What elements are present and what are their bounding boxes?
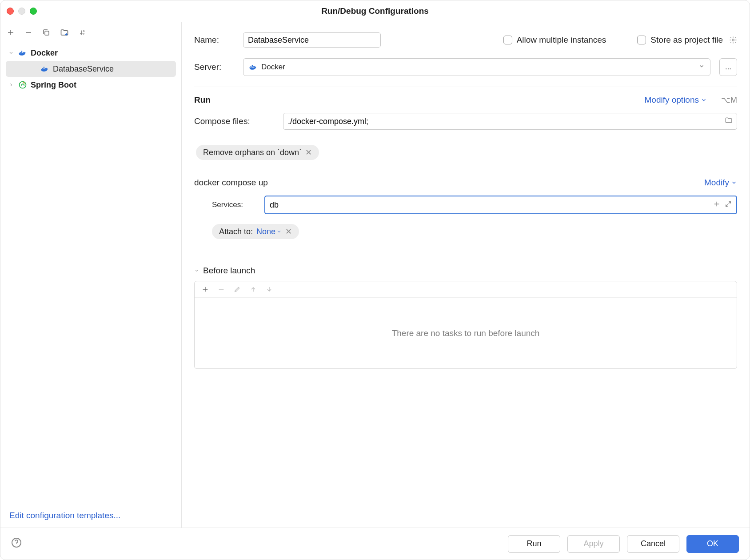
run-button[interactable]: Run bbox=[508, 535, 560, 553]
svg-text:z: z bbox=[83, 32, 85, 36]
folder-plus-icon[interactable] bbox=[60, 28, 69, 37]
name-label: Name: bbox=[194, 35, 234, 45]
tree-label: Spring Boot bbox=[31, 80, 76, 90]
store-as-project-checkbox[interactable]: Store as project file bbox=[637, 35, 737, 45]
before-launch-empty: There are no tasks to run before launch bbox=[195, 297, 737, 368]
compose-files-input[interactable] bbox=[283, 113, 737, 130]
server-browse-button[interactable]: ... bbox=[719, 58, 737, 76]
svg-point-3 bbox=[20, 82, 26, 88]
services-input[interactable] bbox=[264, 196, 737, 214]
gear-icon[interactable] bbox=[729, 36, 737, 44]
allow-multiple-checkbox[interactable]: Allow multiple instances bbox=[503, 35, 606, 45]
remove-config-icon[interactable] bbox=[24, 28, 32, 36]
store-as-project-label: Store as project file bbox=[650, 35, 723, 45]
move-up-icon[interactable] bbox=[250, 286, 257, 293]
run-section-heading: Run bbox=[194, 95, 211, 105]
spring-boot-icon bbox=[18, 80, 27, 89]
before-launch-toggle[interactable]: Before launch bbox=[194, 266, 737, 276]
help-icon[interactable] bbox=[11, 537, 22, 550]
main-panel: Name: Allow multiple instances Store as … bbox=[182, 22, 750, 528]
server-select-value: Docker bbox=[261, 63, 285, 72]
copy-config-icon[interactable] bbox=[42, 28, 50, 36]
modify-compose-link[interactable]: Modify bbox=[704, 178, 737, 188]
sort-icon[interactable]: az bbox=[79, 28, 87, 36]
server-label: Server: bbox=[194, 62, 234, 72]
attach-to-value[interactable]: None bbox=[256, 227, 282, 236]
maximize-window-button[interactable] bbox=[30, 8, 37, 15]
add-task-icon[interactable] bbox=[202, 286, 209, 293]
plus-icon[interactable] bbox=[713, 200, 720, 210]
pill-label: Remove orphans on `down` bbox=[203, 148, 302, 157]
apply-button[interactable]: Apply bbox=[567, 535, 620, 553]
before-launch-heading: Before launch bbox=[203, 266, 255, 276]
ellipsis-icon: ... bbox=[725, 63, 731, 72]
attach-to-pill[interactable]: Attach to: None ✕ bbox=[212, 224, 299, 239]
chevron-down-icon bbox=[8, 50, 15, 56]
cancel-button[interactable]: Cancel bbox=[627, 535, 679, 553]
sidebar: az Docker DatabaseService bbox=[0, 22, 182, 528]
pill-label: Attach to: bbox=[219, 227, 253, 236]
tree-node-databaseservice[interactable]: DatabaseService bbox=[6, 61, 176, 77]
docker-icon bbox=[18, 48, 27, 57]
edit-task-icon[interactable] bbox=[234, 286, 241, 293]
chevron-right-icon bbox=[8, 82, 15, 88]
services-input-field[interactable] bbox=[270, 200, 710, 210]
tree-node-springboot[interactable]: Spring Boot bbox=[0, 77, 181, 93]
close-icon[interactable]: ✕ bbox=[285, 227, 292, 236]
tree-node-docker[interactable]: Docker bbox=[0, 45, 181, 61]
compose-files-label: Compose files: bbox=[194, 116, 274, 126]
modify-options-shortcut: ⌥M bbox=[721, 95, 737, 105]
minimize-window-button[interactable] bbox=[18, 8, 25, 15]
title-bar: Run/Debug Configurations bbox=[0, 0, 750, 22]
docker-icon bbox=[40, 64, 49, 73]
allow-multiple-label: Allow multiple instances bbox=[517, 35, 606, 45]
svg-rect-0 bbox=[45, 31, 49, 35]
window-title: Run/Debug Configurations bbox=[321, 6, 429, 16]
folder-icon[interactable] bbox=[725, 116, 733, 127]
compose-up-heading: docker compose up bbox=[194, 178, 268, 188]
remove-orphans-pill[interactable]: Remove orphans on `down` ✕ bbox=[196, 145, 319, 160]
expand-icon[interactable] bbox=[725, 200, 732, 210]
tree-label: Docker bbox=[31, 48, 58, 58]
server-select[interactable]: Docker bbox=[243, 58, 710, 76]
close-window-button[interactable] bbox=[7, 8, 14, 15]
close-icon[interactable]: ✕ bbox=[305, 148, 312, 157]
remove-task-icon[interactable] bbox=[218, 286, 225, 293]
ok-button[interactable]: OK bbox=[686, 535, 739, 553]
svg-text:a: a bbox=[83, 29, 85, 32]
before-launch-toolbar bbox=[195, 281, 737, 297]
chevron-down-icon bbox=[194, 268, 199, 273]
docker-icon bbox=[249, 63, 258, 72]
config-tree: Docker DatabaseService Spring Boot bbox=[0, 43, 181, 504]
services-label: Services: bbox=[212, 200, 256, 209]
edit-templates-link[interactable]: Edit configuration templates... bbox=[9, 511, 120, 520]
sidebar-toolbar: az bbox=[0, 22, 181, 43]
tree-label: DatabaseService bbox=[53, 64, 114, 74]
traffic-lights bbox=[7, 8, 37, 15]
name-input[interactable] bbox=[243, 32, 381, 48]
dialog-footer: Run Apply Cancel OK bbox=[0, 528, 750, 560]
modify-options-link[interactable]: Modify options bbox=[644, 95, 707, 105]
chevron-down-icon bbox=[698, 63, 705, 72]
add-config-icon[interactable] bbox=[7, 28, 15, 36]
svg-point-4 bbox=[732, 39, 734, 41]
move-down-icon[interactable] bbox=[266, 286, 273, 293]
